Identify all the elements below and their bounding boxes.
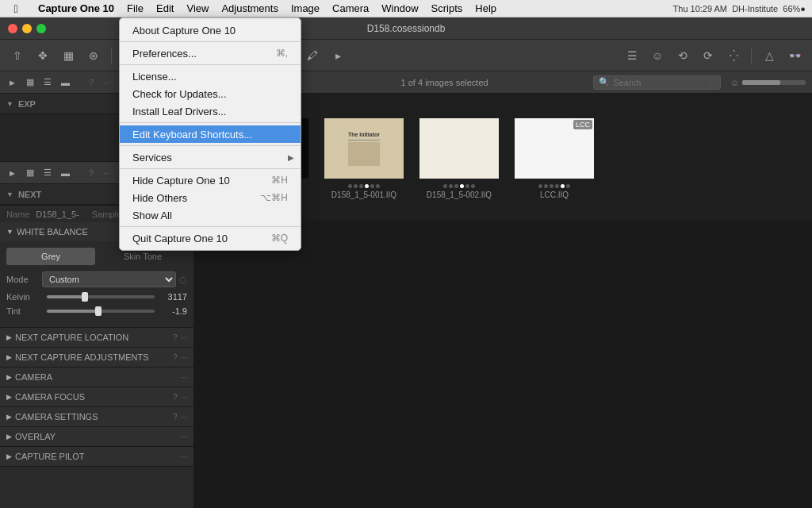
more-btn[interactable]: ··· <box>100 76 113 89</box>
ncl-left: ▶ NEXT CAPTURE LOCATION <box>6 333 128 342</box>
search-options[interactable]: ··· <box>708 78 714 87</box>
d3 <box>359 184 363 188</box>
search-box[interactable]: 🔍 ··· <box>593 75 720 90</box>
search-input[interactable] <box>613 78 708 87</box>
camfocus-header[interactable]: ▶ CAMERA FOCUS ? ··· <box>0 387 193 406</box>
help-btn2[interactable]: ? <box>86 167 97 179</box>
e4 <box>460 184 464 188</box>
services-arrow: ▶ <box>288 153 294 162</box>
thumb-lcc-inner: LCC <box>511 115 597 182</box>
wb-kelvin-slider[interactable] <box>47 295 155 298</box>
user-icon[interactable]: ☺ <box>646 44 668 67</box>
menu-image[interactable]: Image <box>285 0 326 17</box>
ncl-more[interactable]: ··· <box>181 333 187 342</box>
menu-adjustments[interactable]: Adjustments <box>215 0 285 17</box>
sample-label: Sample <box>92 210 121 219</box>
warning-icon[interactable]: △ <box>758 44 780 67</box>
nca-header[interactable]: ▶ NEXT CAPTURE ADJUSTMENTS ? ··· <box>0 348 193 367</box>
wb-kelvin-thumb[interactable] <box>82 292 88 302</box>
menu-edit-shortcuts[interactable]: Edit Keyboard Shortcuts... <box>120 125 301 143</box>
menu-hide-others[interactable]: Hide Others ⌥⌘H <box>120 189 301 206</box>
menu-help[interactable]: Help <box>469 0 503 17</box>
eyedropper-tool[interactable]: ▸ <box>327 44 349 67</box>
view-detail2[interactable]: ▬ <box>58 167 73 179</box>
edit-shortcuts-label: Edit Keyboard Shortcuts... <box>132 129 252 140</box>
view-detail[interactable]: ▬ <box>58 76 73 89</box>
thumb-lcc-name: LCC.IIQ <box>540 190 569 199</box>
nca-help[interactable]: ? <box>173 353 178 362</box>
menu-file[interactable]: File <box>121 0 150 17</box>
camsettings-header[interactable]: ▶ CAMERA SETTINGS ? ··· <box>0 407 193 426</box>
wb-tint-slider[interactable] <box>47 310 155 313</box>
camsettings-more[interactable]: ··· <box>181 413 187 421</box>
menu-about[interactable]: About Capture One 10 <box>120 21 301 39</box>
e5 <box>465 184 469 188</box>
overlay-header[interactable]: ▶ OVERLAY ··· <box>0 427 193 446</box>
camfocus-more[interactable]: ··· <box>181 393 187 402</box>
minimize-button[interactable] <box>22 24 32 33</box>
menu-quit[interactable]: Quit Capture One 10 ⌘Q <box>120 229 301 247</box>
crop-tool[interactable]: ▦ <box>57 44 79 67</box>
nca-more[interactable]: ··· <box>181 353 187 362</box>
capturepilot-more[interactable]: ··· <box>181 452 187 461</box>
menu-camera[interactable]: Camera <box>326 0 375 17</box>
camera-header[interactable]: ▶ CAMERA ··· <box>0 368 193 387</box>
overlay-more[interactable]: ··· <box>181 433 187 441</box>
wb-tint-value: -1.9 <box>159 306 187 316</box>
cursor-tool[interactable]: ⇧ <box>6 44 29 67</box>
capturepilot-header[interactable]: ▶ CAPTURE PILOT ··· <box>0 447 193 466</box>
next-capture-location-header[interactable]: ▶ NEXT CAPTURE LOCATION ? ··· <box>0 328 193 347</box>
menu-install-leaf[interactable]: Install Leaf Drivers... <box>120 102 301 120</box>
help-btn[interactable]: ? <box>86 76 97 89</box>
close-button[interactable] <box>8 24 17 33</box>
menu-window[interactable]: Window <box>375 0 424 17</box>
wb-mode-select[interactable]: Custom Auto Daylight <box>42 271 176 287</box>
menu-check-updates[interactable]: Check for Updates... <box>120 85 301 102</box>
ncl-help[interactable]: ? <box>173 333 178 342</box>
cam-more[interactable]: ··· <box>181 373 187 382</box>
menu-license[interactable]: License... <box>120 67 301 85</box>
app-name[interactable]: Capture One 10 <box>32 2 121 14</box>
camsettings-help[interactable]: ? <box>173 413 178 421</box>
dropper-tool[interactable]: 🖍 <box>301 44 324 67</box>
check-updates-label: Check for Updates... <box>132 88 227 100</box>
view-grid2[interactable]: ▦ <box>23 166 37 179</box>
view-list[interactable]: ☰ <box>40 75 55 89</box>
maximize-button[interactable] <box>36 24 46 33</box>
hide-capture-shortcut: ⌘H <box>271 175 288 186</box>
menu-preferences[interactable]: Preferences... ⌘, <box>120 44 301 62</box>
view-grid[interactable]: ▦ <box>23 75 37 89</box>
cam-arrow: ▶ <box>6 373 12 381</box>
camera-settings-section: ▶ CAMERA SETTINGS ? ··· <box>0 407 193 427</box>
wb-eyedropper[interactable]: ◌ <box>179 275 187 285</box>
apple-menu[interactable]:  <box>0 2 32 15</box>
expand-btn2[interactable]: ► <box>5 167 20 179</box>
sync-left[interactable]: ⟲ <box>672 44 694 67</box>
wb-tab-grey[interactable]: Grey <box>6 248 95 265</box>
zoom-slider[interactable] <box>742 80 806 85</box>
view-list2[interactable]: ☰ <box>40 166 55 179</box>
menu-services[interactable]: Services ▶ <box>120 148 301 166</box>
menu-hide-capture[interactable]: Hide Capture One 10 ⌘H <box>120 171 301 189</box>
menu-view[interactable]: View <box>180 0 215 17</box>
expand-btn[interactable]: ► <box>5 76 20 89</box>
more-btn2[interactable]: ··· <box>100 167 113 179</box>
toolbar-sep-5 <box>751 48 752 64</box>
thumb-lcc[interactable]: LCC LCC.IIQ <box>511 115 597 199</box>
sync-right[interactable]: ⟳ <box>697 44 719 67</box>
thumb-doc1[interactable]: The Initiator D15 <box>321 115 407 199</box>
thumb-doc2[interactable]: D158_1_5-002.IIQ <box>416 115 502 199</box>
menu-scripts[interactable]: Scripts <box>425 0 469 17</box>
grid-icon[interactable]: ⁛ <box>722 44 745 67</box>
camfocus-help[interactable]: ? <box>173 393 178 402</box>
zoom-fill <box>742 80 780 85</box>
menu-show-all[interactable]: Show All <box>120 206 301 224</box>
collection-icon[interactable]: ☰ <box>621 44 643 67</box>
nca-label: NEXT CAPTURE ADJUSTMENTS <box>15 352 149 362</box>
menu-edit[interactable]: Edit <box>150 0 180 17</box>
profile-icon[interactable]: ☺ <box>730 78 739 87</box>
glasses-icon[interactable]: 👓 <box>783 44 806 67</box>
move-tool[interactable]: ✥ <box>32 44 54 67</box>
wb-tint-thumb[interactable] <box>95 306 102 316</box>
straighten-tool[interactable]: ⊛ <box>82 44 105 67</box>
